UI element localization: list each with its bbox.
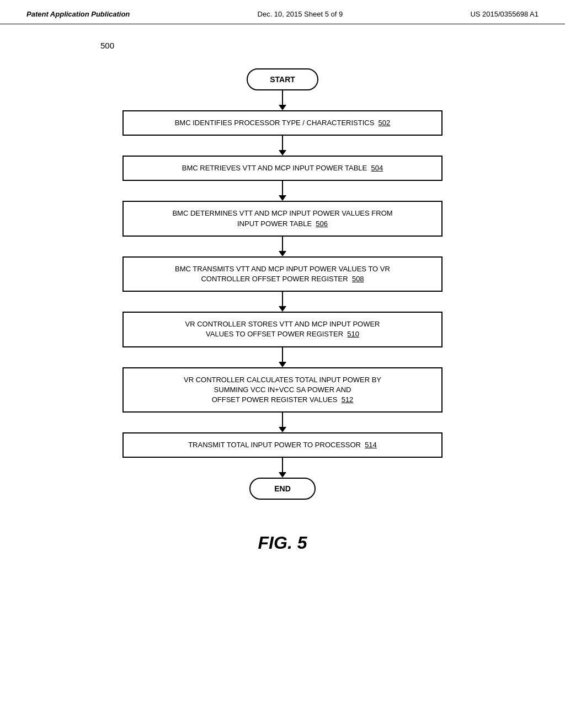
arrow-head — [279, 306, 286, 312]
step-510: VR CONTROLLER STORES VTT AND MCP INPUT P… — [122, 312, 443, 347]
step-504: BMC RETRIEVES VTT AND MCP INPUT POWER TA… — [122, 156, 443, 181]
arrow-line — [282, 292, 283, 306]
arrow-5 — [279, 292, 286, 312]
header-center: Dec. 10, 2015 Sheet 5 of 9 — [258, 10, 343, 18]
arrow-head — [279, 472, 286, 478]
end-oval: END — [249, 478, 316, 500]
arrow-line — [282, 90, 283, 105]
arrow-line — [282, 237, 283, 251]
arrow-head — [279, 150, 286, 156]
arrow-head — [279, 251, 286, 256]
arrow-line — [282, 136, 283, 150]
arrow-line — [282, 347, 283, 362]
arrow-7 — [279, 413, 286, 432]
diagram-label: 500 — [100, 41, 114, 50]
arrow-line — [282, 413, 283, 427]
arrow-3 — [279, 181, 286, 201]
arrow-head — [279, 105, 286, 110]
arrow-8 — [279, 458, 286, 478]
page-header: Patent Application Publication Dec. 10, … — [0, 0, 565, 24]
arrow-head — [279, 195, 286, 201]
figure-caption: FIG. 5 — [258, 533, 307, 553]
step-512: VR CONTROLLER CALCULATES TOTAL INPUT POW… — [122, 367, 443, 413]
arrow-2 — [279, 136, 286, 156]
arrow-head — [279, 427, 286, 432]
arrow-head — [279, 362, 286, 367]
arrow-1 — [279, 90, 286, 110]
arrow-4 — [279, 237, 286, 256]
step-502: BMC IDENTIFIES PROCESSOR TYPE / CHARACTE… — [122, 110, 443, 136]
flowchart: START BMC IDENTIFIES PROCESSOR TYPE / CH… — [100, 68, 465, 500]
arrow-line — [282, 458, 283, 472]
arrow-6 — [279, 347, 286, 367]
main-content: 500 START BMC IDENTIFIES PROCESSOR TYPE … — [0, 24, 565, 564]
step-506: BMC DETERMINES VTT AND MCP INPUT POWER V… — [122, 201, 443, 236]
header-left: Patent Application Publication — [26, 10, 130, 18]
header-right: US 2015/0355698 A1 — [470, 10, 539, 18]
start-oval: START — [247, 68, 318, 90]
arrow-line — [282, 181, 283, 195]
step-508: BMC TRANSMITS VTT AND MCP INPUT POWER VA… — [122, 256, 443, 292]
step-514: TRANSMIT TOTAL INPUT POWER TO PROCESSOR … — [122, 432, 443, 458]
